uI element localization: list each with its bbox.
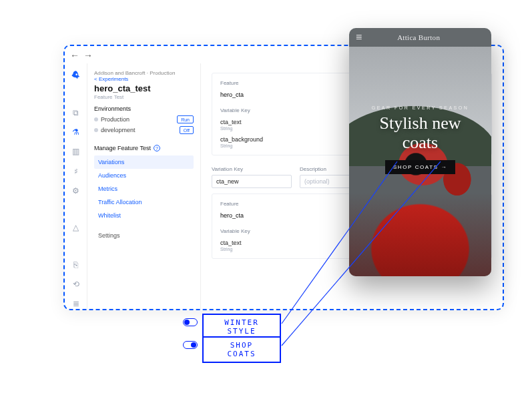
breadcrumb-parent: Addison and Bancroft · Production — [94, 70, 175, 76]
breadcrumb-link[interactable]: < Experiments — [94, 76, 128, 82]
status-dot-icon — [94, 128, 98, 132]
flask-icon[interactable]: ⚗ — [70, 127, 82, 137]
var-key: cta_text — [220, 240, 332, 246]
sidebar-list: Variations Audiences Metrics Traffic All… — [94, 155, 194, 242]
sidebar-item-traffic[interactable]: Traffic Allocation — [94, 195, 194, 209]
var-type: String — [220, 126, 332, 131]
history-nav: ← → — [70, 50, 93, 61]
status-dot-icon — [94, 117, 98, 121]
icon-rail: ⧉ ⚗ ▥ ♯ ⚙ △ ⎘ ⟲ ≣ — [65, 63, 87, 309]
rollout-icon[interactable]: ⟲ — [70, 279, 82, 289]
brand-title: Attica Burton — [367, 33, 470, 41]
variable-key-header: Variable Key — [220, 107, 332, 113]
variation-key-header: Variation Key — [212, 166, 292, 172]
env-badge[interactable]: Run — [177, 115, 194, 123]
feature-name: hero_cta — [220, 91, 244, 98]
back-button[interactable]: ← — [70, 50, 79, 61]
file-icon[interactable]: ≣ — [70, 299, 82, 309]
layers-icon[interactable]: ▥ — [70, 147, 82, 157]
sidebar-item-variations[interactable]: Variations — [94, 155, 194, 169]
sidebar-item-audiences[interactable]: Audiences — [94, 169, 194, 182]
breadcrumb: Addison and Bancroft · Production < Expe… — [94, 70, 194, 82]
gear-icon[interactable]: ⚙ — [70, 185, 82, 195]
hero-scene: GEAR FOR EVERY SEASON Stylish newcoats S… — [349, 47, 491, 276]
environments-heading: Environments — [94, 105, 194, 112]
callout-variant-b: SHOP COATS — [202, 336, 281, 363]
hero-kicker: GEAR FOR EVERY SEASON — [372, 105, 469, 110]
var-type: String — [220, 143, 332, 148]
hamburger-icon[interactable]: ≡ — [356, 32, 362, 43]
sidebar: Addison and Bancroft · Production < Expe… — [87, 63, 201, 309]
sidebar-section-title: Manage Feature Test ? — [94, 145, 194, 151]
feature-name: hero_cta — [220, 212, 244, 219]
forward-button[interactable]: → — [83, 50, 93, 61]
sidebar-item-metrics[interactable]: Metrics — [94, 182, 194, 195]
hero-title: Stylish newcoats — [379, 114, 461, 152]
variant-a-toggle[interactable] — [183, 318, 198, 326]
var-key: cta_text — [220, 119, 332, 125]
variant-b-toggle[interactable] — [183, 341, 198, 349]
sidebar-item-settings[interactable]: Settings — [94, 229, 194, 242]
variation-key-input[interactable] — [212, 175, 292, 188]
bars-icon[interactable]: ♯ — [70, 166, 82, 176]
sidebar-item-whitelist[interactable]: Whitelist — [94, 209, 194, 222]
environments: Environments Production Run development … — [94, 105, 194, 135]
var-key: cta_background — [220, 136, 332, 143]
env-production[interactable]: Production Run — [94, 114, 194, 125]
phone-preview: ≡ Attica Burton GEAR FOR EVERY SEASON St… — [349, 28, 491, 276]
env-label: development — [101, 127, 136, 133]
clipboard-icon[interactable]: ⎘ — [70, 260, 82, 270]
help-icon[interactable]: ? — [154, 145, 160, 151]
env-development[interactable]: development Off — [94, 125, 194, 135]
hero-cta-button[interactable]: SHOP COATS → — [385, 160, 455, 174]
var-type: String — [220, 247, 332, 252]
env-label: Production — [101, 116, 129, 123]
page-title: hero_cta_test — [94, 83, 194, 93]
page-subtitle: Feature Test — [94, 94, 194, 100]
chart-icon[interactable]: ⧉ — [70, 107, 82, 117]
lab-icon[interactable]: △ — [70, 223, 82, 233]
variable-key-header: Variable Key — [220, 228, 332, 234]
rocket-icon[interactable] — [70, 70, 82, 81]
env-badge[interactable]: Off — [180, 126, 194, 134]
phone-topbar: ≡ Attica Burton — [349, 28, 491, 47]
hero-overlay: GEAR FOR EVERY SEASON Stylish newcoats S… — [349, 47, 491, 276]
